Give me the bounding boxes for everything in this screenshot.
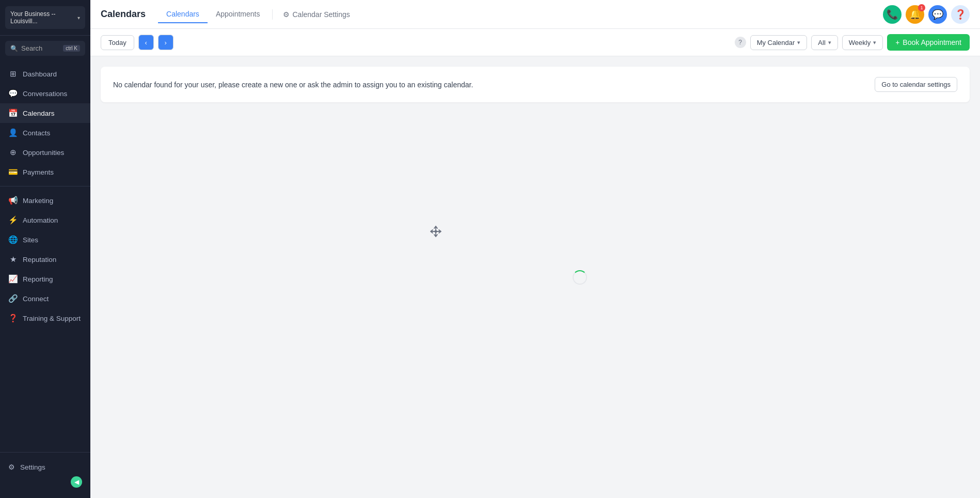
sidebar-item-automation[interactable]: ⚡ Automation xyxy=(0,210,90,230)
all-label: All xyxy=(818,39,825,46)
connect-icon: 🔗 xyxy=(8,294,18,303)
prev-icon: ‹ xyxy=(145,39,147,46)
opportunities-icon: ⊕ xyxy=(8,148,18,157)
sidebar-item-training[interactable]: ❓ Training & Support xyxy=(0,308,90,328)
sidebar-item-connect[interactable]: 🔗 Connect xyxy=(0,289,90,308)
sidebar-item-sites[interactable]: 🌐 Sites xyxy=(0,230,90,250)
sidebar-item-reporting[interactable]: 📈 Reporting xyxy=(0,269,90,289)
notification-badge: 1 xyxy=(918,4,925,11)
phone-icon: 📞 xyxy=(887,9,898,20)
sidebar-item-contacts[interactable]: 👤 Contacts xyxy=(0,123,90,143)
business-name: Your Business -- Louisvill... xyxy=(10,10,77,25)
plus-icon: + xyxy=(895,38,899,46)
prev-button[interactable]: ‹ xyxy=(138,35,154,50)
phone-icon-button[interactable]: 📞 xyxy=(883,5,902,24)
notification-icon-button[interactable]: 🔔 1 xyxy=(906,5,924,24)
sidebar-item-payments[interactable]: 💳 Payments xyxy=(0,162,90,182)
sidebar-collapse-button[interactable]: ◀ xyxy=(71,476,82,488)
help-icon: ❓ xyxy=(955,9,966,20)
sidebar-item-label: Marketing xyxy=(23,197,53,205)
empty-message-text: No calendar found for your user, please … xyxy=(113,81,473,89)
sidebar-item-settings[interactable]: ⚙ Settings xyxy=(0,458,90,476)
my-calendar-label: My Calendar xyxy=(757,39,795,46)
top-bar-left: Calendars Calendars Appointments ⚙ Calen… xyxy=(101,6,356,23)
sidebar-item-marketing[interactable]: 📢 Marketing xyxy=(0,191,90,210)
spinner-element xyxy=(573,270,587,285)
calendar-help-icon[interactable]: ? xyxy=(735,37,746,48)
next-button[interactable]: › xyxy=(158,35,173,50)
search-box[interactable]: 🔍 Search ctrl K xyxy=(5,41,85,56)
all-dropdown[interactable]: All ▾ xyxy=(811,35,837,50)
sidebar: Your Business -- Louisvill... ▾ 🔍 Search… xyxy=(0,0,90,498)
top-bar: Calendars Calendars Appointments ⚙ Calen… xyxy=(90,0,980,29)
sidebar-item-label: Reporting xyxy=(23,275,53,283)
sidebar-item-label: Payments xyxy=(23,168,54,176)
training-icon: ❓ xyxy=(8,314,18,323)
conversations-icon: 💬 xyxy=(8,89,18,98)
sidebar-item-label: Automation xyxy=(23,216,58,224)
calendar-toolbar: Today ‹ › ? My Calendar ▾ All ▾ Weekly ▾ xyxy=(90,29,980,56)
calendars-icon: 📅 xyxy=(8,108,18,118)
business-selector[interactable]: Your Business -- Louisvill... ▾ xyxy=(5,6,85,29)
book-appointment-label: Book Appointment xyxy=(903,38,961,46)
move-cursor-icon xyxy=(429,224,443,242)
sidebar-item-conversations[interactable]: 💬 Conversations xyxy=(0,84,90,103)
sidebar-item-label: Reputation xyxy=(23,256,56,263)
question-icon: ? xyxy=(738,39,742,46)
sidebar-item-dashboard[interactable]: ⊞ Dashboard xyxy=(0,64,90,84)
sidebar-item-label: Connect xyxy=(23,295,49,303)
sidebar-item-label: Contacts xyxy=(23,129,50,137)
loading-spinner xyxy=(573,270,587,285)
book-appointment-button[interactable]: + Book Appointment xyxy=(887,34,970,51)
tabs: Calendars Appointments ⚙ Calendar Settin… xyxy=(158,6,356,23)
main-content: Calendars Calendars Appointments ⚙ Calen… xyxy=(90,0,980,498)
tab-divider xyxy=(272,9,273,20)
sidebar-nav: ⊞ Dashboard 💬 Conversations 📅 Calendars … xyxy=(0,61,90,452)
sidebar-item-opportunities[interactable]: ⊕ Opportunities xyxy=(0,143,90,162)
sidebar-item-label: Sites xyxy=(23,236,38,244)
sidebar-item-label: Calendars xyxy=(23,110,55,117)
chat-icon-button[interactable]: 💬 xyxy=(928,5,947,24)
sidebar-item-calendars[interactable]: 📅 Calendars xyxy=(0,103,90,123)
weekly-label: Weekly xyxy=(849,39,871,46)
sidebar-item-reputation[interactable]: ★ Reputation xyxy=(0,250,90,269)
help-icon-button[interactable]: ❓ xyxy=(951,5,970,24)
reporting-icon: 📈 xyxy=(8,274,18,284)
calendar-body: No calendar found for your user, please … xyxy=(90,56,980,498)
search-label: Search xyxy=(21,44,42,52)
sites-icon: 🌐 xyxy=(8,235,18,244)
search-shortcut: ctrl K xyxy=(63,45,80,52)
settings-icon: ⚙ xyxy=(8,463,15,471)
chevron-down-icon: ▾ xyxy=(873,39,876,46)
search-icon: 🔍 xyxy=(10,45,18,52)
collapse-icon: ◀ xyxy=(74,478,79,486)
gear-icon: ⚙ xyxy=(283,10,290,19)
go-to-calendar-settings-link[interactable]: Go to calendar settings xyxy=(875,77,957,92)
page-title: Calendars xyxy=(101,9,146,20)
chevron-down-icon: ▾ xyxy=(77,15,80,21)
payments-icon: 💳 xyxy=(8,167,18,177)
settings-label: Settings xyxy=(20,463,45,471)
nav-divider xyxy=(0,186,90,186)
sidebar-top: Your Business -- Louisvill... ▾ xyxy=(0,0,90,36)
chevron-down-icon: ▾ xyxy=(828,39,831,46)
next-icon: › xyxy=(165,39,167,46)
reputation-icon: ★ xyxy=(8,255,18,264)
weekly-dropdown[interactable]: Weekly ▾ xyxy=(842,35,883,50)
chevron-down-icon: ▾ xyxy=(797,39,800,46)
tab-appointments[interactable]: Appointments xyxy=(208,6,268,23)
sidebar-item-label: Opportunities xyxy=(23,149,64,157)
sidebar-item-label: Conversations xyxy=(23,90,67,98)
tab-calendar-settings[interactable]: ⚙ Calendar Settings xyxy=(277,6,356,23)
today-button[interactable]: Today xyxy=(101,35,134,50)
toolbar-left: Today ‹ › xyxy=(101,35,173,50)
sidebar-item-label: Training & Support xyxy=(23,315,81,322)
tab-calendars[interactable]: Calendars xyxy=(158,6,208,23)
toolbar-right: ? My Calendar ▾ All ▾ Weekly ▾ + Book Ap… xyxy=(735,34,970,51)
top-bar-right: 📞 🔔 1 💬 ❓ xyxy=(883,5,970,24)
automation-icon: ⚡ xyxy=(8,215,18,225)
svg-point-0 xyxy=(434,230,437,232)
marketing-icon: 📢 xyxy=(8,196,18,205)
sidebar-item-label: Dashboard xyxy=(23,70,57,78)
my-calendar-dropdown[interactable]: My Calendar ▾ xyxy=(750,35,808,50)
